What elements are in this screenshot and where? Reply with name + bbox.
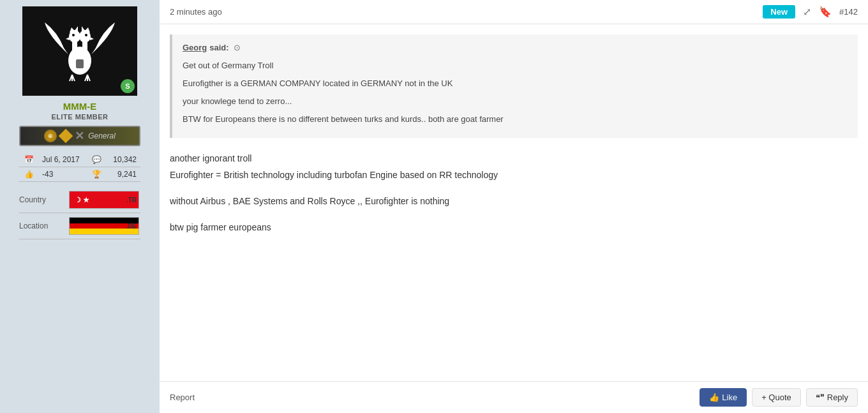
post-line-2: without Airbus , BAE Systems and Rolls R…: [170, 193, 858, 209]
like-label: Like: [722, 393, 737, 402]
like-button[interactable]: 👍 Like: [700, 388, 747, 407]
message-icon: 💬: [87, 153, 107, 167]
reply-icon: ❝❞: [816, 393, 825, 402]
location-code: .DE: [126, 223, 137, 230]
main-content: 2 minutes ago New ⤢ 🔖 #142 Georg said: ⊙…: [160, 0, 868, 413]
quote-line-2: Eurofigther is a GERMAN COMPANY located …: [183, 77, 848, 91]
svg-point-6: [85, 34, 87, 36]
new-badge: New: [763, 5, 795, 19]
quote-line-1: Get out of Germany Troll: [183, 59, 848, 73]
post-time: 2 minutes ago: [170, 7, 222, 17]
likes-count: -43: [38, 167, 87, 182]
post-header: 2 minutes ago New ⤢ 🔖 #142: [160, 0, 868, 24]
location-label: Location: [19, 222, 64, 230]
join-date: Jul 6, 2017: [38, 153, 87, 167]
report-link[interactable]: Report: [170, 393, 195, 402]
online-badge: S: [121, 79, 135, 93]
post-line-3: btw pig farmer europeans: [170, 220, 858, 236]
sidebar: S MMM-E ELITE MEMBER ⊕ ✕ General 📅 Jul 6…: [0, 0, 160, 413]
user-role: ELITE MEMBER: [51, 113, 108, 121]
country-row: Country .TR: [19, 187, 140, 213]
post-actions: New ⤢ 🔖 #142: [763, 5, 858, 19]
rank-icon-1: ⊕: [44, 130, 57, 142]
quote-content: Get out of Germany Troll Eurofigther is …: [183, 59, 848, 126]
quote-line-4: BTW for Europeans there is no different …: [183, 112, 848, 126]
rank-x: ✕: [75, 129, 84, 143]
thumbs-up-icon: 👍: [709, 393, 719, 402]
trophy-count: 9,241: [107, 167, 140, 182]
quote-author: Georg: [183, 43, 207, 52]
bookmark-icon[interactable]: 🔖: [819, 6, 832, 18]
trophy-icon: 🏆: [87, 167, 107, 182]
country-code: .TR: [126, 197, 137, 204]
svg-rect-7: [76, 59, 84, 68]
quote-line-3: your knowlege tend to zerro...: [183, 94, 848, 109]
post-number: #142: [839, 7, 858, 17]
rank-label: General: [88, 131, 116, 140]
stats-table: 📅 Jul 6, 2017 💬 10,342 👍 -43 🏆 9,241: [19, 153, 140, 182]
footer-actions: 👍 Like + Quote ❝❞ Reply: [700, 388, 858, 407]
quote-button[interactable]: + Quote: [752, 388, 801, 407]
quote-said: said:: [209, 43, 228, 52]
like-icon: 👍: [19, 167, 38, 182]
reply-button[interactable]: ❝❞ Reply: [806, 388, 858, 407]
message-count: 10,342: [107, 153, 140, 167]
post-body: Georg said: ⊙ Get out of Germany Troll E…: [160, 24, 868, 381]
expand-icon[interactable]: ⊙: [234, 43, 241, 52]
post-footer: Report 👍 Like + Quote ❝❞ Reply: [160, 381, 868, 413]
calendar-icon: 📅: [19, 153, 38, 167]
post-text: another ignorant troll Eurofighter = Bri…: [170, 151, 858, 236]
country-flag: .TR: [69, 191, 139, 209]
quote-block: Georg said: ⊙ Get out of Germany Troll E…: [170, 34, 858, 138]
username: MMM-E: [63, 101, 97, 112]
rank-bar: ⊕ ✕ General: [19, 126, 140, 146]
rank-diamond: [59, 129, 73, 144]
location-flag: .DE: [69, 217, 139, 235]
svg-point-5: [72, 34, 75, 36]
country-label: Country: [19, 195, 64, 204]
location-row: Location .DE: [19, 213, 140, 239]
share-icon[interactable]: ⤢: [803, 6, 811, 18]
post-line-1: another ignorant troll Eurofighter = Bri…: [170, 151, 858, 183]
avatar: S: [22, 6, 137, 96]
reply-label: Reply: [827, 393, 848, 402]
